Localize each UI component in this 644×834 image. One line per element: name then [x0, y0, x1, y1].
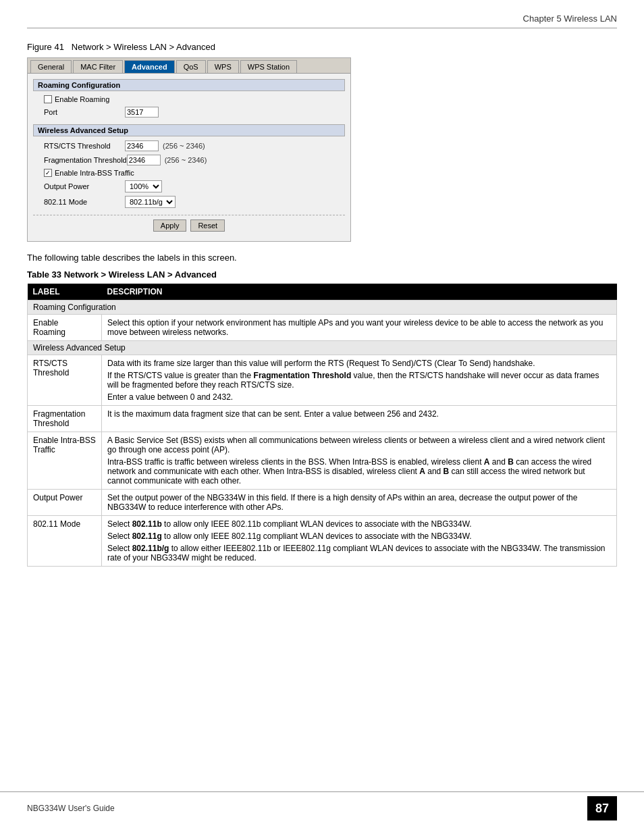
label-rts-cts: RTS/CTSThreshold	[28, 355, 102, 406]
roaming-header: Roaming Configuration	[33, 79, 345, 91]
frag-threshold-input[interactable]	[127, 155, 161, 165]
table-row: FragmentationThreshold It is the maximum…	[28, 406, 617, 432]
table-row: Output Power Set the output power of the…	[28, 490, 617, 516]
tab-wps[interactable]: WPS	[207, 60, 239, 73]
wireless-advanced-section: Wireless Advanced Setup RTS/CTS Threshol…	[33, 124, 345, 208]
desc-rts-cts: Data with its frame size larger than thi…	[102, 355, 617, 406]
page-header: Chapter 5 Wireless LAN	[27, 14, 617, 28]
page-container: Chapter 5 Wireless LAN Figure 41 Network…	[0, 0, 644, 834]
output-power-label: Output Power	[44, 182, 125, 190]
figure-caption: Figure 41 Network > Wireless LAN > Advan…	[27, 42, 617, 52]
tab-mac-filter[interactable]: MAC Filter	[73, 60, 123, 73]
output-power-select[interactable]: 100%	[125, 180, 162, 192]
reset-button[interactable]: Reset	[190, 219, 225, 232]
mode-label: 802.11 Mode	[44, 198, 125, 206]
ui-tabs: General MAC Filter Advanced QoS WPS WPS …	[28, 58, 350, 74]
figure-label: Figure 41	[27, 42, 64, 52]
ui-screenshot: General MAC Filter Advanced QoS WPS WPS …	[27, 57, 351, 242]
desc-output-power: Set the output power of the NBG334W in t…	[102, 490, 617, 516]
rts-cts-input[interactable]	[125, 140, 159, 151]
tab-wps-station[interactable]: WPS Station	[240, 60, 297, 73]
port-row: Port	[33, 107, 345, 118]
port-label: Port	[44, 108, 125, 116]
section-roaming-label: Roaming Configuration	[28, 301, 617, 315]
tab-qos[interactable]: QoS	[176, 60, 206, 73]
label-enable-roaming: EnableRoaming	[28, 315, 102, 341]
ui-buttons: Apply Reset	[33, 215, 345, 236]
frag-threshold-label: Fragmentation Threshold	[44, 156, 127, 164]
wireless-advanced-header: Wireless Advanced Setup	[33, 124, 345, 136]
frag-threshold-range: (256 ~ 2346)	[165, 156, 207, 164]
label-intra-bss: Enable Intra-BSS Traffic	[28, 432, 102, 490]
label-output-power: Output Power	[28, 490, 102, 516]
intra-bss-row: ✓ Enable Intra-BSS Traffic	[33, 169, 345, 177]
desc-enable-roaming: Select this option if your network envir…	[102, 315, 617, 341]
apply-button[interactable]: Apply	[153, 219, 187, 232]
intra-bss-label: Enable Intra-BSS Traffic	[55, 169, 134, 177]
data-table: LABEL DESCRIPTION Roaming Configuration …	[27, 284, 617, 567]
roaming-section: Roaming Configuration Enable Roaming Por…	[33, 79, 345, 118]
enable-roaming-checkbox[interactable]	[44, 95, 52, 103]
section-wireless-advanced: Wireless Advanced Setup	[28, 341, 617, 355]
enable-roaming-row: Enable Roaming	[33, 95, 345, 103]
page-number: 87	[587, 796, 617, 820]
chapter-title: Chapter 5 Wireless LAN	[523, 14, 617, 24]
rts-cts-range: (256 ~ 2346)	[163, 142, 205, 150]
section-wireless-advanced-label: Wireless Advanced Setup	[28, 341, 617, 355]
figure-title: Network > Wireless LAN > Advanced	[72, 42, 215, 52]
table-row: 802.11 Mode Select 802.11b to allow only…	[28, 516, 617, 567]
page-footer: NBG334W User's Guide 87	[0, 791, 644, 820]
mode-select[interactable]: 802.11b/g	[125, 196, 176, 208]
table-caption: Table 33 Network > Wireless LAN > Advanc…	[27, 269, 617, 280]
port-input[interactable]	[125, 107, 159, 118]
table-row: Enable Intra-BSS Traffic A Basic Service…	[28, 432, 617, 490]
desc-frag-threshold: It is the maximum data fragment size tha…	[102, 406, 617, 432]
label-frag-threshold: FragmentationThreshold	[28, 406, 102, 432]
mode-row: 802.11 Mode 802.11b/g	[33, 196, 345, 208]
enable-roaming-label: Enable Roaming	[55, 95, 109, 103]
description-text: The following table describes the labels…	[27, 253, 617, 263]
th-label: LABEL	[28, 284, 102, 301]
tab-advanced[interactable]: Advanced	[124, 60, 175, 73]
rts-cts-row: RTS/CTS Threshold (256 ~ 2346)	[33, 140, 345, 151]
desc-80211-mode: Select 802.11b to allow only IEEE 802.11…	[102, 516, 617, 567]
desc-intra-bss: A Basic Service Set (BSS) exists when al…	[102, 432, 617, 490]
frag-threshold-row: Fragmentation Threshold (256 ~ 2346)	[33, 155, 345, 165]
tab-general[interactable]: General	[30, 60, 72, 73]
rts-cts-label: RTS/CTS Threshold	[44, 142, 125, 150]
table-row: EnableRoaming Select this option if your…	[28, 315, 617, 341]
label-80211-mode: 802.11 Mode	[28, 516, 102, 567]
intra-bss-checkbox[interactable]: ✓	[44, 169, 52, 177]
table-row: RTS/CTSThreshold Data with its frame siz…	[28, 355, 617, 406]
output-power-row: Output Power 100%	[33, 180, 345, 192]
ui-body: Roaming Configuration Enable Roaming Por…	[28, 74, 350, 241]
section-roaming: Roaming Configuration	[28, 301, 617, 315]
footer-guide: NBG334W User's Guide	[27, 804, 115, 813]
th-description: DESCRIPTION	[102, 284, 617, 301]
